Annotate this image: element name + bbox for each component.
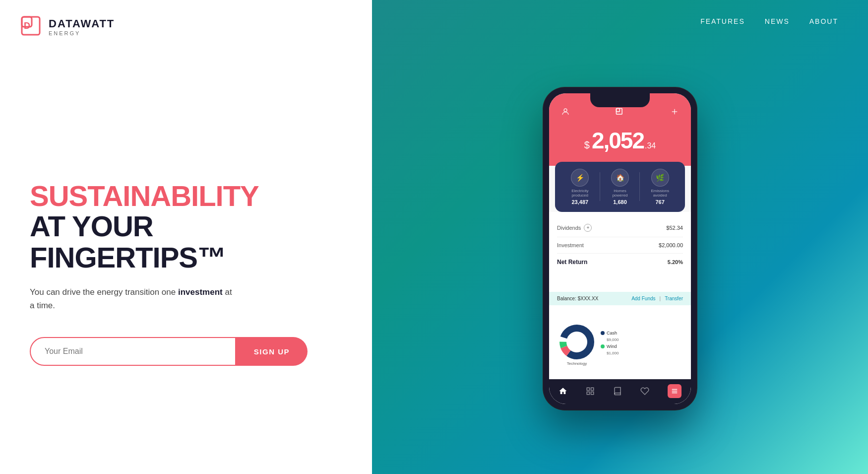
wind-value: $1,000 <box>607 351 619 355</box>
app-balance: $ 2,052 .34 <box>584 127 656 154</box>
nav-home-icon[interactable] <box>558 387 567 396</box>
signup-form: SIGN UP <box>30 337 308 366</box>
balance-bar-links: Add Funds | Transfer <box>631 296 683 301</box>
bar-divider: | <box>660 296 661 301</box>
nav-about[interactable]: ABOUT <box>809 17 838 25</box>
hero-content: SUSTAINABILITY AT YOUR FINGERTIPS™ You c… <box>0 54 372 474</box>
svg-text:D: D <box>24 21 30 31</box>
stat-electricity: ⚡ Electricityproduced 23,487 <box>560 169 600 205</box>
stats-card: ⚡ Electricityproduced 23,487 🏠 Homespowe… <box>555 162 685 212</box>
email-input[interactable] <box>30 337 236 366</box>
svg-rect-14 <box>591 392 593 394</box>
emissions-value: 767 <box>656 199 665 205</box>
electricity-value: 23,487 <box>572 199 589 205</box>
legend-cash: Cash <box>601 331 619 336</box>
dividends-row: Dividends + $52.34 <box>557 219 683 237</box>
electricity-icon: ⚡ <box>571 169 589 187</box>
net-return-row: Net Return 5.20% <box>557 254 683 271</box>
profile-icon[interactable] <box>561 107 570 119</box>
logo-icon: D <box>20 15 44 39</box>
wind-label: Wind <box>607 344 617 349</box>
investment-value: $2,000.00 <box>659 242 683 248</box>
homes-value: 1,680 <box>613 199 627 205</box>
header: D DATAWATT ENERGY <box>0 0 372 54</box>
svg-rect-13 <box>587 392 589 394</box>
stat-homes: 🏠 Homespowered 1,680 <box>600 169 640 205</box>
brand-name: DATAWATT <box>49 17 115 30</box>
balance-cents: .34 <box>645 141 656 150</box>
svg-rect-11 <box>587 388 589 390</box>
nav-heart-icon[interactable] <box>640 387 649 396</box>
stat-emissions: 🌿 Emissionsavoided 767 <box>640 169 680 205</box>
dividends-add-icon[interactable]: + <box>584 224 592 232</box>
transfer-link[interactable]: Transfer <box>665 296 683 301</box>
chart-section: Technology Cash $9,000 Wind $1,000 <box>549 305 691 379</box>
add-icon[interactable] <box>670 107 679 119</box>
signup-button[interactable]: SIGN UP <box>236 337 308 366</box>
balance-main: 2,052 <box>592 127 644 154</box>
cash-label: Cash <box>607 331 617 336</box>
chart-legend: Cash $9,000 Wind $1,000 <box>601 331 619 355</box>
svg-rect-12 <box>591 388 593 390</box>
wind-dot <box>601 344 605 348</box>
tagline-line1: SUSTAINABILITY <box>30 182 342 210</box>
nav-grid-icon[interactable] <box>586 387 595 396</box>
app-top-icons <box>559 107 681 119</box>
chart-label: Technology <box>557 361 597 366</box>
chart-wrapper: Technology <box>557 322 597 364</box>
balance-bar-text: Balance: $XXX.XX <box>557 296 598 301</box>
logo-text: DATAWATT ENERGY <box>49 17 115 36</box>
tagline-line2: AT YOUR FINGERTIPS™ <box>30 210 342 274</box>
left-panel: D DATAWATT ENERGY SUSTAINABILITY AT YOUR… <box>0 0 372 474</box>
dividends-label: Dividends <box>557 225 581 231</box>
net-return-value: 5.20% <box>668 259 683 265</box>
logo: D DATAWATT ENERGY <box>20 15 115 39</box>
menu-button[interactable] <box>668 384 682 398</box>
emissions-label: Emissionsavoided <box>651 189 669 198</box>
emissions-icon: 🌿 <box>651 169 669 187</box>
description-highlight: investment <box>178 287 223 297</box>
phone-mockup: $ 2,052 .34 ⚡ Electricityproduced 23,487… <box>543 87 697 410</box>
right-panel: FEATURES NEWS ABOUT <box>372 0 868 474</box>
svg-point-3 <box>564 109 567 112</box>
description: You can drive the energy transition one … <box>30 285 238 312</box>
balance-bar: Balance: $XXX.XX Add Funds | Transfer <box>549 292 691 305</box>
electricity-label: Electricityproduced <box>571 189 588 198</box>
homes-icon: 🏠 <box>611 169 629 187</box>
dividends-value: $52.34 <box>666 225 683 231</box>
app-bottom-nav <box>549 379 691 404</box>
svg-rect-4 <box>617 108 620 112</box>
cash-value: $9,000 <box>607 338 619 342</box>
add-funds-link[interactable]: Add Funds <box>631 296 655 301</box>
legend-wind: Wind <box>601 344 619 349</box>
logo-app-icon <box>615 107 625 119</box>
phone-screen: $ 2,052 .34 ⚡ Electricityproduced 23,487… <box>549 93 691 404</box>
finance-section: Dividends + $52.34 Investment $2,000.00 … <box>549 212 691 292</box>
investment-label: Investment <box>557 242 584 248</box>
nav-features[interactable]: FEATURES <box>700 17 745 25</box>
nav-news[interactable]: NEWS <box>765 17 790 25</box>
donut-chart <box>557 322 597 362</box>
dividends-label-group: Dividends + <box>557 224 592 232</box>
phone-notch <box>590 93 650 107</box>
phone-container: $ 2,052 .34 ⚡ Electricityproduced 23,487… <box>372 43 868 474</box>
net-return-label: Net Return <box>557 259 587 266</box>
nav-book-icon[interactable] <box>613 387 622 396</box>
homes-label: Homespowered <box>613 189 628 198</box>
right-nav: FEATURES NEWS ABOUT <box>372 0 868 43</box>
balance-dollar: $ <box>584 139 590 151</box>
brand-sub: ENERGY <box>49 30 115 36</box>
cash-dot <box>601 331 605 335</box>
nav-menu-icon[interactable] <box>668 384 682 398</box>
investment-row: Investment $2,000.00 <box>557 237 683 254</box>
